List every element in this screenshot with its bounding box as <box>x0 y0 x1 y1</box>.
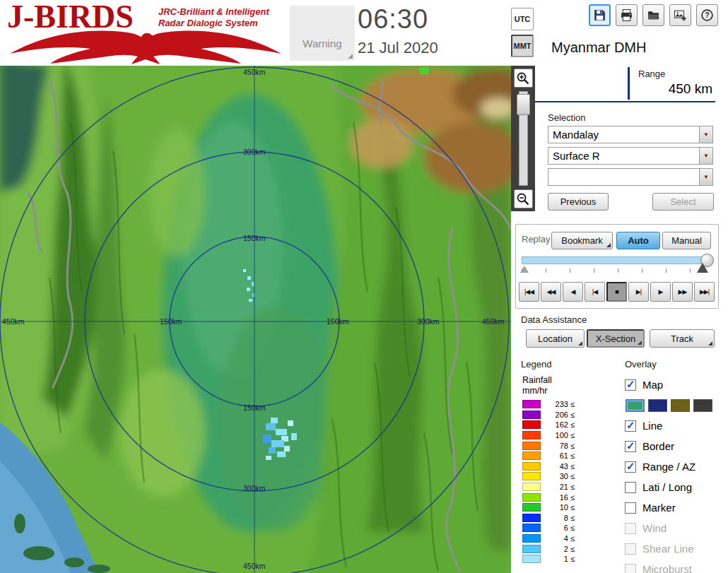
range-label: Range <box>638 69 665 79</box>
rewind-button[interactable]: ◀◀ <box>541 282 561 302</box>
ring-label: 150km <box>243 234 266 242</box>
overlay-row-map[interactable]: Map <box>625 374 728 395</box>
overlay-row-marker[interactable]: Marker <box>625 497 728 518</box>
legend-color-swatch <box>522 410 541 419</box>
option-dropdown[interactable] <box>548 168 713 186</box>
bookmark-button[interactable]: Bookmark <box>551 232 613 249</box>
zoom-slider-track[interactable] <box>519 91 528 186</box>
previous-button[interactable]: Previous <box>548 193 609 211</box>
utc-button[interactable]: UTC <box>511 8 534 30</box>
skip-end-button[interactable]: ▶▶| <box>694 282 715 302</box>
legend-value: 30 ≤ <box>545 472 575 480</box>
legend-value: 8 ≤ <box>545 514 575 522</box>
open-folder-icon <box>647 8 660 22</box>
manual-button[interactable]: Manual <box>662 232 711 249</box>
legend-row: 206 ≤ <box>522 410 575 420</box>
stop-button[interactable]: ■ <box>606 282 627 302</box>
ring-label: 450km <box>243 68 266 76</box>
overlay-row-border[interactable]: Border <box>625 436 728 456</box>
location-button[interactable]: Location <box>526 329 585 348</box>
zoom-out-button[interactable] <box>514 189 533 208</box>
map-checkbox[interactable] <box>625 379 636 391</box>
map-style-navy-blue[interactable] <box>648 399 667 412</box>
save-button[interactable] <box>589 4 611 26</box>
overlay-row-range-az[interactable]: Range / AZ <box>625 456 728 477</box>
overlay-row-line[interactable]: Line <box>625 415 728 436</box>
legend-value: 100 ≤ <box>545 431 575 439</box>
replay-label: Replay <box>522 234 550 244</box>
lati-long-checkbox[interactable] <box>625 482 636 493</box>
ring-label: 150km <box>243 403 266 412</box>
map-style-olive[interactable] <box>671 399 690 412</box>
auto-button[interactable]: Auto <box>616 232 660 249</box>
ring-label: 450km <box>2 317 25 326</box>
line-checkbox[interactable] <box>625 420 636 432</box>
legend-color-swatch <box>522 493 541 502</box>
print-button[interactable] <box>616 4 638 26</box>
legend-value: 2 ≤ <box>545 545 575 553</box>
step-back-button[interactable]: ◀ <box>563 282 583 302</box>
overlay-item-label: Shear Line <box>642 543 694 555</box>
site-dropdown-value: Mandalay <box>548 126 699 143</box>
range-az-checkbox[interactable] <box>625 461 636 473</box>
map-style-dark-gray[interactable] <box>693 399 712 412</box>
legend-color-swatch <box>522 462 541 471</box>
zoom-controls <box>511 66 535 211</box>
legend-color-swatch <box>522 442 541 450</box>
legend-row: 10 ≤ <box>522 502 575 513</box>
logo-subtitle-line1: JRC-Brilliant & Intelligent <box>158 6 269 18</box>
legend-color-swatch <box>522 431 541 439</box>
overlay-controls: Map Line Border Range / AZ <box>625 374 728 573</box>
track-button[interactable]: Track <box>650 329 715 348</box>
selection-label: Selection <box>548 112 585 123</box>
capture-image-icon <box>674 8 687 22</box>
marker-checkbox[interactable] <box>625 502 636 514</box>
mmt-button[interactable]: MMT <box>511 35 534 57</box>
overlay-item-label: Range / AZ <box>642 461 695 473</box>
legend-row: 162 ≤ <box>522 420 575 430</box>
ring-label: 300km <box>243 148 266 156</box>
ring-label: 300km <box>417 317 440 326</box>
legend-row: 2 ≤ <box>522 543 575 554</box>
legend-row: 21 ≤ <box>522 482 575 492</box>
chevron-down-icon[interactable] <box>699 148 712 164</box>
skip-start-button[interactable]: |◀◀ <box>519 282 539 302</box>
overlay-row-lati-long[interactable]: Lati / Long <box>625 477 728 497</box>
legend-color-swatch <box>522 503 541 512</box>
frame-back-button[interactable]: |◀ <box>585 282 605 302</box>
legend-value: 1 ≤ <box>545 555 575 563</box>
radar-map-area[interactable]: 450km 300km 150km 150km 300km 450km 450k… <box>0 66 511 573</box>
help-button[interactable]: ? <box>696 4 718 26</box>
play-button[interactable]: ▶ <box>650 282 671 302</box>
legend-unit-line1: Rainfall <box>522 375 552 386</box>
fast-forward-button[interactable]: ▶▶ <box>672 282 693 302</box>
capture-image-button[interactable] <box>669 4 691 26</box>
microburst-checkbox <box>625 564 636 573</box>
range-value: 450 km <box>669 81 712 97</box>
site-dropdown[interactable]: Mandalay <box>548 126 713 143</box>
border-checkbox[interactable] <box>625 441 636 452</box>
map-style-terrain-green[interactable] <box>626 399 645 412</box>
radar-map[interactable]: 450km 300km 150km 150km 300km 450km 450k… <box>0 66 511 573</box>
zoom-out-icon <box>516 192 530 206</box>
product-dropdown[interactable]: Surface R <box>548 147 713 165</box>
timeline-position-marker-icon[interactable] <box>697 263 708 273</box>
zoom-in-button[interactable] <box>514 69 533 88</box>
timeline-ticks <box>522 268 712 273</box>
chevron-down-icon[interactable] <box>699 169 712 185</box>
warning-panel-button[interactable]: Warning <box>290 6 355 61</box>
legend-color-swatch <box>522 524 541 532</box>
overlay-label: Overlay <box>625 359 657 370</box>
ring-label: 300km <box>243 484 266 492</box>
legend-row: 16 ≤ <box>522 492 575 502</box>
frame-forward-button[interactable]: ▶| <box>628 282 649 302</box>
zoom-slider-thumb[interactable] <box>517 94 530 115</box>
legend-label: Legend <box>521 359 551 370</box>
select-button[interactable]: Select <box>652 193 714 211</box>
legend-value: 43 ≤ <box>545 462 575 471</box>
open-folder-button[interactable] <box>642 4 664 26</box>
legend-value: 206 ≤ <box>545 410 575 419</box>
x-section-button[interactable]: X-Section <box>587 329 645 348</box>
replay-timeline-slider[interactable] <box>522 256 712 264</box>
chevron-down-icon[interactable] <box>699 126 712 143</box>
